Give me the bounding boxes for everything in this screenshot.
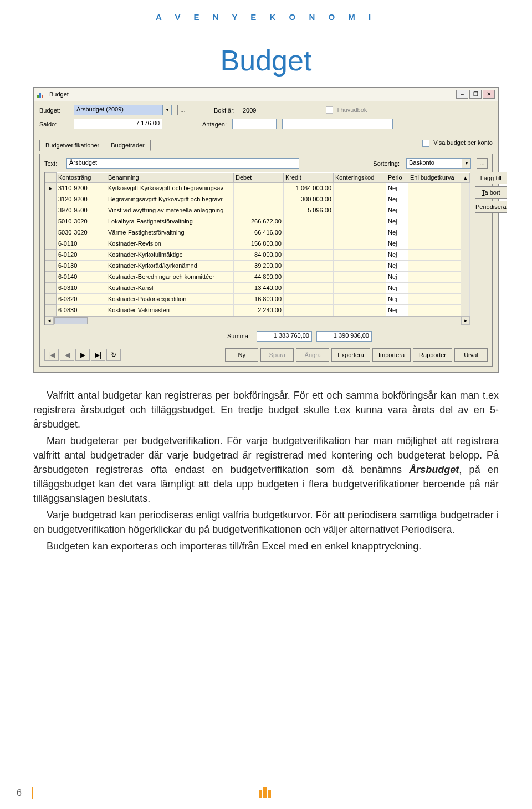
cell-debet[interactable]: 66 416,00 <box>234 227 284 238</box>
cell-enl[interactable] <box>408 249 461 260</box>
urval-button[interactable]: Urval <box>454 348 488 362</box>
cell-debet[interactable]: 2 240,00 <box>234 304 284 316</box>
cell-benamning[interactable]: Kostnader-Kyrkofullmäktige <box>106 249 234 260</box>
table-row[interactable]: 5010-3020Lokalhyra-Fastighetsförvaltning… <box>45 216 470 227</box>
scroll-right-icon[interactable]: ▸ <box>461 317 470 325</box>
col-debet[interactable]: Debet <box>234 173 284 183</box>
cell-kredit[interactable] <box>284 282 334 293</box>
cell-kredit[interactable]: 1 064 000,00 <box>284 182 334 194</box>
cell-konteringskod[interactable] <box>334 238 386 249</box>
cell-debet[interactable]: 156 800,00 <box>234 238 284 249</box>
table-row[interactable]: 6-0130Kostnader-Kyrkoråd/kyrkonämnd39 20… <box>45 260 470 271</box>
cell-benamning[interactable]: Kostnader-Pastorsexpedition <box>106 293 234 304</box>
cell-benamning[interactable]: Kostnader-Kyrkoråd/kyrkonämnd <box>106 260 234 271</box>
minimize-button[interactable]: – <box>456 90 468 99</box>
scroll-left-icon[interactable]: ◂ <box>45 317 54 325</box>
vertical-scrollbar[interactable] <box>461 182 470 316</box>
cell-enl[interactable] <box>408 304 461 316</box>
col-perio[interactable]: Perio <box>386 173 408 183</box>
cell-kontostrang[interactable]: 5030-3020 <box>57 227 106 238</box>
cell-kredit[interactable] <box>284 260 334 271</box>
cell-enl[interactable] <box>408 260 461 271</box>
tab-budgetverifikationer[interactable]: Budgetverifikationer <box>39 140 105 151</box>
budget-combo[interactable]: Årsbudget (2009) ▾ <box>74 105 172 115</box>
cell-perio[interactable]: Nej <box>386 249 408 260</box>
scroll-up-icon[interactable]: ▴ <box>461 173 470 183</box>
row-selector[interactable] <box>45 260 57 271</box>
cell-perio[interactable]: Nej <box>386 205 408 216</box>
cell-kontostrang[interactable]: 3970-9500 <box>57 205 106 216</box>
cell-konteringskod[interactable] <box>334 304 386 316</box>
cell-perio[interactable]: Nej <box>386 293 408 304</box>
cell-kredit[interactable] <box>284 238 334 249</box>
budget-ellipsis-button[interactable]: … <box>177 105 188 115</box>
periodisera-button[interactable]: Periodisera <box>475 201 507 213</box>
cell-debet[interactable] <box>234 194 284 205</box>
tab-budgetrader[interactable]: Budgetrader <box>105 140 151 151</box>
budget-value[interactable]: Årsbudget (2009) <box>74 105 162 115</box>
cell-konteringskod[interactable] <box>334 249 386 260</box>
cell-konteringskod[interactable] <box>334 227 386 238</box>
cell-debet[interactable] <box>234 182 284 194</box>
i-huvudbok-checkbox[interactable] <box>326 106 333 114</box>
cell-konteringskod[interactable] <box>334 260 386 271</box>
cell-debet[interactable]: 39 200,00 <box>234 260 284 271</box>
cell-konteringskod[interactable] <box>334 182 386 194</box>
table-row[interactable]: 6-0110Kostnader-Revision156 800,00Nej <box>45 238 470 249</box>
cell-kredit[interactable] <box>284 216 334 227</box>
table-row[interactable]: 3120-9200Begravningsavgift-Kyrkoavgift o… <box>45 194 470 205</box>
cell-kontostrang[interactable]: 6-0310 <box>57 282 106 293</box>
cell-kredit[interactable] <box>284 304 334 316</box>
cell-kontostrang[interactable]: 5010-3020 <box>57 216 106 227</box>
chevron-down-icon[interactable]: ▾ <box>162 105 172 115</box>
row-selector[interactable] <box>45 249 57 260</box>
cell-kontostrang[interactable]: 6-0140 <box>57 271 106 282</box>
cell-konteringskod[interactable] <box>334 216 386 227</box>
cell-perio[interactable]: Nej <box>386 194 408 205</box>
cell-debet[interactable]: 266 672,00 <box>234 216 284 227</box>
row-selector[interactable] <box>45 227 57 238</box>
table-row[interactable]: 6-0120Kostnader-Kyrkofullmäktige84 000,0… <box>45 249 470 260</box>
cell-benamning[interactable]: Lokalhyra-Fastighetsförvaltning <box>106 216 234 227</box>
cell-enl[interactable] <box>408 293 461 304</box>
col-benamning[interactable]: Benämning <box>106 173 234 183</box>
cell-enl[interactable] <box>408 182 461 194</box>
budget-grid[interactable]: Kontosträng Benämning Debet Kredit Konte… <box>44 172 470 325</box>
col-enl[interactable]: Enl budgetkurva <box>408 173 461 183</box>
cell-enl[interactable] <box>408 227 461 238</box>
visa-budget-checkbox[interactable] <box>422 140 429 147</box>
cell-debet[interactable]: 16 800,00 <box>234 293 284 304</box>
table-row[interactable]: 5030-3020Värme-Fastighetsförvaltning66 4… <box>45 227 470 238</box>
cell-kontostrang[interactable]: 6-0120 <box>57 249 106 260</box>
cell-enl[interactable] <box>408 271 461 282</box>
cell-perio[interactable]: Nej <box>386 271 408 282</box>
cell-perio[interactable]: Nej <box>386 227 408 238</box>
cell-kontostrang[interactable]: 6-0320 <box>57 293 106 304</box>
cell-perio[interactable]: Nej <box>386 282 408 293</box>
sortering-ellipsis-button[interactable]: … <box>477 158 488 169</box>
cell-kredit[interactable]: 300 000,00 <box>284 194 334 205</box>
lagg-till-button[interactable]: Lägg till <box>475 172 507 184</box>
cell-kredit[interactable] <box>284 293 334 304</box>
cell-kontostrang[interactable]: 6-0110 <box>57 238 106 249</box>
cell-benamning[interactable]: Kostnader-Kansli <box>106 282 234 293</box>
cell-debet[interactable]: 13 440,00 <box>234 282 284 293</box>
importera-button[interactable]: Importera <box>372 348 411 362</box>
chevron-down-icon[interactable]: ▾ <box>462 158 471 169</box>
row-selector[interactable] <box>45 282 57 293</box>
cell-konteringskod[interactable] <box>334 293 386 304</box>
cell-kontostrang[interactable]: 3120-9200 <box>57 194 106 205</box>
nav-next-button[interactable]: ▶ <box>75 349 90 361</box>
sortering-value[interactable]: Baskonto <box>406 158 462 169</box>
rapporter-button[interactable]: Rapporter <box>413 348 452 362</box>
table-row[interactable]: ▸3110-9200Kyrkoavgift-Kyrkoavgift och be… <box>45 182 470 194</box>
ny-button[interactable]: Ny <box>225 348 258 362</box>
maximize-button[interactable]: ❐ <box>469 90 482 99</box>
cell-perio[interactable]: Nej <box>386 182 408 194</box>
exportera-button[interactable]: Exportera <box>331 348 370 362</box>
table-row[interactable]: 6-0310Kostnader-Kansli13 440,00Nej <box>45 282 470 293</box>
cell-konteringskod[interactable] <box>334 205 386 216</box>
cell-enl[interactable] <box>408 282 461 293</box>
row-selector[interactable] <box>45 216 57 227</box>
cell-enl[interactable] <box>408 194 461 205</box>
